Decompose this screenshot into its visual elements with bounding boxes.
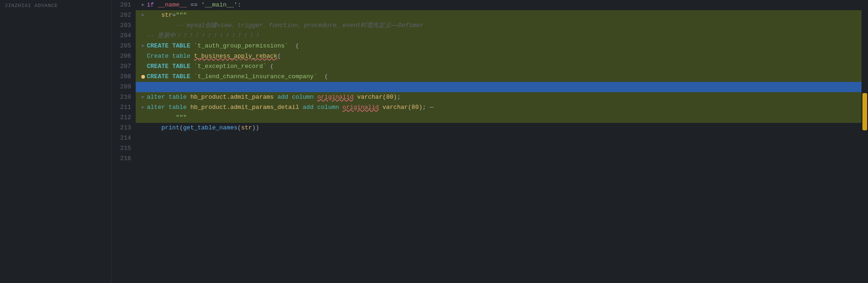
line-num-216: 216	[112, 154, 131, 164]
line-num-209: 209	[112, 82, 131, 92]
code-lines[interactable]: ▶ if __name__ == '__main__' : ▶ str = ""…	[136, 0, 861, 283]
line-num-204: 204	[112, 31, 131, 41]
warning-icon-208	[139, 75, 147, 79]
line-num-207: 207	[112, 61, 131, 72]
code-line-202[interactable]: ▶ str = """	[136, 10, 861, 20]
code-line-216[interactable]	[136, 154, 861, 164]
code-line-211[interactable]: ▶ alter table hb_product.admit_params_de…	[136, 102, 861, 113]
scrollbar-thumb[interactable]	[862, 93, 867, 130]
code-line-205[interactable]: ▶ CREATE TABLE `t_auth_group_permissions…	[136, 41, 861, 51]
code-line-208[interactable]: CREATE TABLE `t_lend_channel_insurance_c…	[136, 72, 861, 82]
code-line-207[interactable]: CREATE TABLE `t_exception_record` (	[136, 61, 861, 72]
code-line-212[interactable]: """	[136, 113, 861, 123]
line-num-210: 210	[112, 92, 131, 102]
sidebar-header: JINZHIAI ADVANCE	[0, 0, 111, 11]
line-num-212: 212	[112, 113, 131, 123]
code-area: 201 202 203 204 205 206 207 208 209 210 …	[112, 0, 868, 283]
sidebar: JINZHIAI ADVANCE	[0, 0, 112, 283]
fold-icon-210[interactable]: ▶	[139, 92, 147, 102]
fold-icon-205[interactable]: ▶	[139, 41, 147, 51]
code-line-209[interactable]	[136, 82, 861, 92]
code-line-203[interactable]: -- mysql创建view、trigger、function、procedur…	[136, 20, 861, 31]
code-line-210[interactable]: ▶ alter table hb_product.admit_params ad…	[136, 92, 861, 102]
code-line-215[interactable]	[136, 143, 861, 154]
line-num-203: 203	[112, 20, 131, 31]
code-line-201[interactable]: ▶ if __name__ == '__main__' :	[136, 0, 861, 10]
line-num-211: 211	[112, 102, 131, 113]
line-num-215: 215	[112, 143, 131, 154]
code-line-213[interactable]: print ( get_table_names ( str ))	[136, 123, 861, 133]
editor-container: JINZHIAI ADVANCE 201 202 203 204 205 206…	[0, 0, 868, 283]
fold-icon-211[interactable]: ▶	[139, 102, 147, 113]
line-num-202: 202	[112, 10, 131, 20]
line-num-214: 214	[112, 133, 131, 143]
line-num-205: 205	[112, 41, 131, 51]
line-num-213: 213	[112, 123, 131, 133]
line-num-208: 208	[112, 72, 131, 82]
vertical-scrollbar[interactable]	[861, 0, 868, 283]
code-line-206[interactable]: Create table t_business_apply_reback (	[136, 51, 861, 61]
fold-icon-201[interactable]: ▶	[139, 0, 147, 10]
line-num-206: 206	[112, 51, 131, 61]
code-line-204[interactable]: -- 更新中！！！！！！！！！！！！！！	[136, 31, 861, 41]
code-line-214[interactable]	[136, 133, 861, 143]
line-num-201: 201	[112, 0, 131, 10]
line-numbers: 201 202 203 204 205 206 207 208 209 210 …	[112, 0, 136, 283]
fold-icon-202[interactable]: ▶	[139, 10, 147, 20]
